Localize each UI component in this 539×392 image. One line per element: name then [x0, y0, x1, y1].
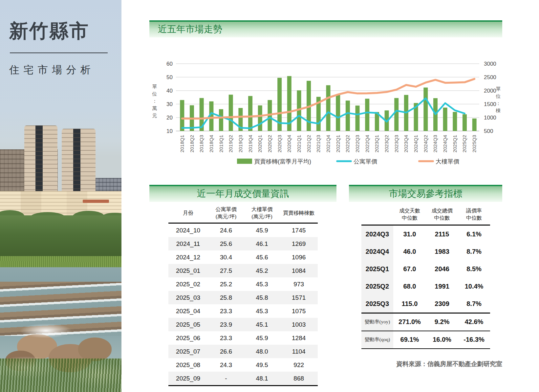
table-row: 2025_0726.648.01104 [168, 345, 318, 358]
table-cell: 23.3 [208, 304, 244, 318]
monthly-table-panel: 近一年月成交價量資訊 月份 公寓單價 (萬元/坪) 大樓單價 (萬元/坪) 買賣… [149, 185, 336, 386]
cover-photo: 新竹縣市 住宅市場分析 [0, 0, 121, 392]
table-cell: 45.2 [244, 264, 280, 277]
photo-orange-roof [83, 200, 109, 203]
svg-text:10: 10 [166, 128, 173, 134]
photo-trees [0, 215, 121, 257]
indicator-table-header-row: 成交天數 中位數 成交總價 中位數 議價率 中位數 [361, 204, 490, 225]
table-cell: 1284 [280, 331, 318, 345]
row-label: 變動率(yoy) [361, 313, 394, 331]
table-row: 2025_0423.345.31075 [168, 304, 318, 318]
column-header-apartment-price: 公寓單價 (萬元/坪) [208, 203, 244, 223]
svg-text:1500: 1500 [484, 101, 496, 107]
row-label: 2024_10 [168, 223, 208, 237]
page-title: 新竹縣市 [9, 18, 112, 44]
table-cell: 42.6% [458, 313, 490, 331]
svg-text:2023Q3: 2023Q3 [394, 135, 399, 152]
svg-text:2021Q3: 2021Q3 [315, 135, 321, 152]
table-cell: -16.3% [458, 331, 490, 349]
table-cell: 23.9 [208, 318, 244, 331]
row-label: 2025Q1 [361, 260, 394, 278]
table-cell: 68.0 [393, 278, 426, 295]
column-header-transfer-count: 買賣移轉棟數 [280, 203, 318, 223]
svg-text:2025Q3: 2025Q3 [471, 135, 477, 152]
table-cell: 45.9 [244, 331, 280, 345]
svg-text:2024Q3: 2024Q3 [432, 135, 438, 152]
svg-text:2022Q4: 2022Q4 [364, 135, 370, 152]
table-cell: 45.1 [244, 318, 280, 331]
row-label: 2025_04 [168, 304, 208, 318]
table-row: 2025_09-48.1868 [168, 372, 318, 386]
table-cell: 2046 [426, 260, 458, 278]
row-label: 2024Q4 [361, 243, 394, 260]
table-cell: 25.8 [208, 291, 244, 304]
svg-text:大樓單價: 大樓單價 [436, 158, 459, 165]
svg-text:2020Q4: 2020Q4 [286, 135, 292, 152]
row-label: 2025_05 [168, 318, 208, 331]
table-row: 2025_0127.545.21084 [168, 264, 318, 277]
y-axis-left-ticks: 102030405060 [166, 61, 173, 134]
monthly-price-volume-table: 月份 公寓單價 (萬元/坪) 大樓單價 (萬元/坪) 買賣移轉棟數 2024_1… [168, 203, 318, 386]
table-row: 2025_0623.345.91284 [168, 331, 318, 345]
x-axis-labels: 2018Q12018Q22018Q32018Q42019Q12019Q22019… [179, 135, 477, 152]
svg-text:2019Q3: 2019Q3 [238, 135, 243, 152]
column-header-building-price: 大樓單價 (萬元/坪) [244, 203, 280, 223]
row-label: 2025_03 [168, 291, 208, 304]
table-cell: 1269 [280, 237, 318, 250]
chart-legend: 買賣移轉(當季月平均)公寓單價大樓單價 [237, 158, 459, 165]
svg-text:2024Q1: 2024Q1 [413, 135, 419, 152]
table-row: 變動率(yoy)271.0%9.2%42.6% [361, 313, 490, 331]
svg-text:2018Q3: 2018Q3 [199, 135, 204, 152]
table-cell: 6.1% [458, 225, 490, 243]
row-label: 2025_01 [168, 264, 208, 277]
legend-bar-swatch [237, 159, 252, 164]
svg-text:2018Q4: 2018Q4 [208, 135, 214, 152]
title-divider [10, 53, 108, 53]
table-cell: 45.3 [244, 277, 280, 291]
table-cell: 1096 [280, 250, 318, 264]
svg-text:30: 30 [166, 101, 173, 107]
svg-text:2025Q2: 2025Q2 [462, 135, 467, 152]
trend-chart-panel: 近五年市場走勢 10203040506050010001500200025003… [149, 20, 502, 182]
table-cell: - [208, 372, 244, 386]
table-cell: 10.4% [458, 278, 490, 295]
table-row: 2024_1230.445.61096 [168, 250, 318, 264]
column-header-total-price-median: 成交總價 中位數 [426, 204, 458, 225]
line-series-1 [182, 98, 465, 128]
table-cell: 48.1 [244, 372, 280, 386]
table-cell: 45.6 [244, 250, 280, 264]
table-cell: 2115 [426, 225, 458, 243]
row-label: 2024Q3 [361, 225, 394, 243]
svg-text:2021Q4: 2021Q4 [325, 135, 331, 152]
svg-text:2022Q3: 2022Q3 [355, 135, 360, 152]
table-cell: 8.7% [458, 243, 490, 260]
svg-text:20: 20 [166, 115, 173, 121]
table-cell: 8.7% [458, 295, 490, 313]
row-label: 2025_06 [168, 331, 208, 345]
table-cell: 8.5% [458, 260, 490, 278]
photo-foam [20, 323, 72, 338]
table-row: 2025Q167.020468.5% [361, 260, 490, 278]
indicator-table-panel: 市場交易參考指標 成交天數 中位數 成交總價 中位數 議價率 中位數 2024Q… [349, 185, 502, 386]
table-cell: 115.0 [393, 295, 426, 313]
row-label: 2024_11 [168, 237, 208, 250]
svg-text:2019Q1: 2019Q1 [218, 135, 224, 152]
table-row: 2025_0225.245.3973 [168, 277, 318, 291]
table-cell: 2309 [426, 295, 458, 313]
table-row: 2025_0523.945.11003 [168, 318, 318, 331]
svg-text:2024Q2: 2024Q2 [423, 135, 428, 152]
svg-text:50: 50 [166, 74, 173, 80]
table-cell: 48.0 [244, 345, 280, 358]
svg-text:2019Q4: 2019Q4 [248, 135, 253, 152]
table-cell: 30.4 [208, 250, 244, 264]
svg-text:2018Q2: 2018Q2 [189, 135, 195, 152]
svg-text:60: 60 [166, 61, 173, 67]
row-label: 2025_09 [168, 372, 208, 386]
table-row: 2025_0325.845.81571 [168, 291, 318, 304]
table-cell: 1084 [280, 264, 318, 277]
table-row: 2025Q268.0199110.4% [361, 278, 490, 295]
table-row: 2024_1024.645.91745 [168, 223, 318, 237]
table-cell: 67.0 [393, 260, 426, 278]
row-label: 2025Q2 [361, 278, 394, 295]
svg-text:2020Q1: 2020Q1 [257, 135, 263, 152]
